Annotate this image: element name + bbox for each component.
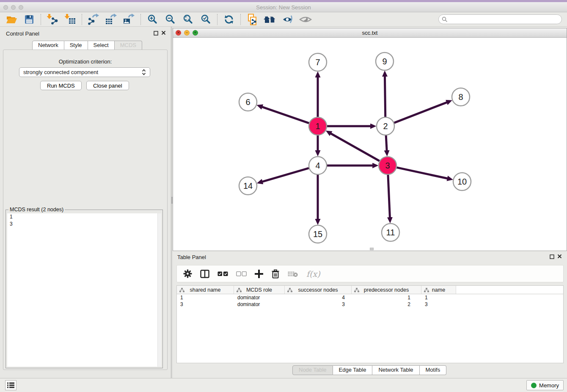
houses-icon bbox=[263, 14, 277, 25]
node-table[interactable]: shared nameMCDS rolesuccessor nodesprede… bbox=[176, 285, 564, 363]
mcds-result-list[interactable]: 13 bbox=[7, 213, 161, 367]
close-panel-button[interactable]: Close panel bbox=[86, 81, 129, 90]
zoom-selected-button[interactable] bbox=[197, 13, 215, 26]
task-history-button[interactable] bbox=[5, 380, 17, 390]
result-scrollbar[interactable] bbox=[157, 213, 161, 367]
node-label-3: 3 bbox=[385, 161, 390, 170]
edge-2-3[interactable] bbox=[386, 135, 387, 152]
zoom-in-button[interactable] bbox=[143, 13, 161, 26]
canvas-resize-grip[interactable] bbox=[370, 248, 374, 250]
node-label-8: 8 bbox=[458, 92, 463, 102]
open-folder-icon bbox=[6, 14, 17, 25]
cell-MCDS-role: dominator bbox=[234, 294, 285, 301]
node-label-9: 9 bbox=[382, 57, 387, 66]
tab-node-table[interactable]: Node Table bbox=[292, 365, 333, 375]
table-toolbar: f(x) bbox=[176, 265, 564, 282]
optimization-criterion-dropdown[interactable]: strongly connected component bbox=[19, 67, 150, 77]
session-title: Session: New Session bbox=[0, 4, 567, 11]
apply-function-button[interactable]: f(x) bbox=[306, 269, 320, 279]
cell-predecessor-nodes: 1 bbox=[352, 294, 421, 301]
edge-3-10[interactable] bbox=[397, 168, 449, 179]
close-panel-icon[interactable] bbox=[557, 254, 562, 259]
network-canvas[interactable]: 7968124314101511 bbox=[173, 38, 567, 251]
zoom-out-icon bbox=[165, 14, 176, 25]
toolbar-separator bbox=[41, 14, 41, 25]
export-image-icon bbox=[123, 14, 135, 25]
table-body: 1dominator4113dominator323 bbox=[177, 294, 563, 308]
node-label-6: 6 bbox=[245, 97, 250, 107]
float-panel-icon[interactable] bbox=[154, 31, 158, 36]
refresh-button[interactable] bbox=[220, 13, 238, 26]
edge-3-1[interactable] bbox=[330, 133, 380, 161]
save-session-button[interactable] bbox=[20, 13, 38, 26]
table-panel-title: Table Panel bbox=[177, 254, 206, 260]
table-panel-tabs: Node TableEdge TableNetwork TableMotifs bbox=[292, 365, 446, 375]
network-window-titlebar[interactable]: ✕ − + scc.txt bbox=[173, 28, 567, 38]
show-hide-graphics-button[interactable] bbox=[279, 13, 297, 26]
list-icon bbox=[7, 382, 14, 388]
cell-shared-name: 1 bbox=[177, 294, 234, 301]
control-panel-tabs: NetworkStyleSelectMCDS bbox=[32, 41, 142, 50]
table-settings-button[interactable] bbox=[183, 269, 192, 278]
column-header-name[interactable]: name bbox=[421, 286, 456, 294]
search-input[interactable] bbox=[448, 16, 561, 23]
run-mcds-button[interactable]: Run MCDS bbox=[40, 81, 82, 90]
zoom-out-button[interactable] bbox=[161, 13, 179, 26]
unchecked-boxes-icon bbox=[236, 271, 247, 276]
close-panel-icon[interactable] bbox=[161, 30, 166, 35]
network-view-window: ✕ − + scc.txt 7968124314101511 bbox=[173, 28, 567, 251]
open-session-button[interactable] bbox=[3, 13, 20, 26]
import-network-button[interactable] bbox=[44, 13, 61, 26]
export-table-button[interactable] bbox=[102, 13, 120, 26]
edge-2-8[interactable] bbox=[394, 102, 449, 123]
column-header-predecessor-nodes[interactable]: predecessor nodes bbox=[352, 286, 421, 294]
edge-4-14[interactable] bbox=[261, 168, 309, 182]
application-window: Session: New Session bbox=[0, 0, 567, 392]
tab-style[interactable]: Style bbox=[64, 41, 88, 50]
import-table-icon bbox=[64, 14, 76, 25]
trash-icon bbox=[271, 269, 280, 279]
cell-name: 3 bbox=[421, 301, 456, 308]
node-label-10: 10 bbox=[457, 177, 467, 186]
first-neighbors-button[interactable] bbox=[261, 13, 279, 26]
node-label-2: 2 bbox=[383, 121, 388, 131]
tab-edge-table[interactable]: Edge Table bbox=[333, 365, 373, 375]
import-table-button[interactable] bbox=[61, 13, 79, 26]
table-row[interactable]: 1dominator411 bbox=[177, 294, 563, 301]
cell-shared-name: 3 bbox=[177, 301, 234, 308]
node-label-15: 15 bbox=[313, 229, 322, 239]
node-label-4: 4 bbox=[315, 161, 320, 170]
table-panel: Table Panel bbox=[173, 252, 567, 375]
float-panel-icon[interactable] bbox=[550, 254, 554, 259]
result-value: 1 bbox=[7, 213, 161, 221]
edge-3-11[interactable] bbox=[388, 175, 390, 219]
tab-select[interactable]: Select bbox=[88, 41, 115, 50]
export-network-button[interactable] bbox=[85, 13, 102, 26]
edge-1-6[interactable] bbox=[261, 106, 309, 123]
add-column-button[interactable] bbox=[255, 270, 263, 278]
tab-mcds[interactable]: MCDS bbox=[115, 41, 142, 50]
tab-network-table[interactable]: Network Table bbox=[372, 365, 419, 375]
edge-2-9[interactable] bbox=[385, 75, 385, 117]
preview-button[interactable] bbox=[297, 13, 314, 26]
delete-table-button[interactable] bbox=[288, 271, 298, 277]
os-titlebar: Session: New Session bbox=[0, 2, 567, 12]
export-image-button[interactable] bbox=[120, 13, 138, 26]
show-columns-button[interactable] bbox=[200, 270, 209, 278]
zoom-fit-button[interactable] bbox=[179, 13, 197, 26]
refresh-icon bbox=[223, 14, 234, 25]
delete-column-button[interactable] bbox=[271, 269, 280, 279]
duplicate-network-button[interactable] bbox=[243, 13, 261, 26]
cell-successor-nodes: 4 bbox=[285, 294, 352, 301]
column-header-shared-name[interactable]: shared name bbox=[177, 286, 234, 294]
column-header-successor-nodes[interactable]: successor nodes bbox=[285, 286, 352, 294]
table-row[interactable]: 3dominator323 bbox=[177, 301, 563, 308]
search-icon bbox=[442, 17, 448, 22]
tab-motifs[interactable]: Motifs bbox=[420, 365, 447, 375]
node-label-1: 1 bbox=[315, 121, 320, 131]
memory-button[interactable]: Memory bbox=[526, 380, 564, 390]
tab-network[interactable]: Network bbox=[32, 41, 64, 50]
deselect-all-rows-button[interactable] bbox=[236, 271, 247, 276]
column-header-MCDS-role[interactable]: MCDS role bbox=[234, 286, 285, 294]
select-all-rows-button[interactable] bbox=[217, 271, 228, 276]
